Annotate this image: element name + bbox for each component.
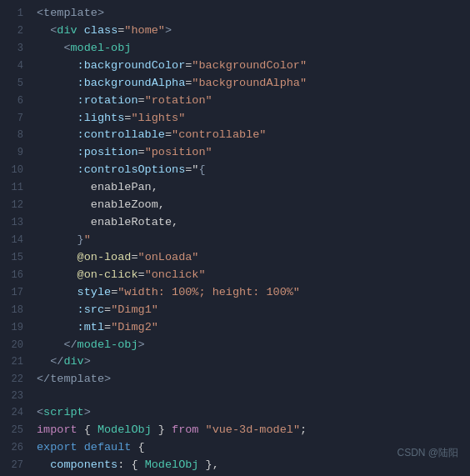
token: enableRotate,: [91, 216, 178, 228]
table-row: 18 :src="Dimg1": [0, 302, 470, 319]
token: =: [138, 146, 145, 158]
table-row: 15 @on-load="onLoada": [0, 249, 470, 267]
token: ;: [300, 423, 307, 436]
token: "Dimg1": [111, 303, 158, 316]
token: @on-load: [78, 251, 132, 263]
token: [37, 128, 78, 141]
token: model-obj: [78, 338, 138, 351]
token: >: [84, 355, 91, 368]
token: [37, 59, 78, 72]
line-number: 25: [0, 423, 23, 438]
token: :backgroundColor: [78, 59, 186, 72]
token: [78, 441, 84, 453]
token: [37, 24, 50, 37]
table-row: 11 enablePan,: [0, 179, 470, 197]
table-row: 1<template>: [0, 5, 470, 23]
code-content: enableZoom,: [37, 197, 460, 214]
token: [37, 146, 78, 158]
token: :src: [78, 303, 104, 316]
token: }: [78, 233, 84, 246]
line-number: 27: [0, 458, 23, 473]
line-number: 11: [0, 180, 23, 196]
token: [37, 112, 78, 124]
token: @on-click: [78, 268, 138, 281]
table-row: 13 enableRotate,: [0, 214, 470, 232]
token: [37, 181, 91, 193]
token: import: [37, 423, 78, 436]
table-row: 4 :backgroundColor="backgroundColor": [0, 58, 470, 75]
token: model-obj: [71, 42, 132, 54]
token: },: [198, 458, 218, 471]
token: "rotation": [145, 94, 212, 107]
token: </: [50, 355, 63, 368]
token: ModelObj: [98, 423, 152, 436]
table-row: 12 enableZoom,: [0, 197, 470, 214]
code-content: style="width: 100%; height: 100%": [37, 284, 460, 302]
line-number: 23: [0, 388, 23, 404]
code-content: :mtl="Dimg2": [37, 319, 460, 337]
token: =: [165, 128, 172, 141]
token: [37, 216, 91, 228]
code-content: enableRotate,: [37, 214, 460, 232]
table-row: 7 :lights="lights": [0, 110, 470, 128]
token: components: [50, 458, 118, 471]
code-content: </model-obj>: [37, 337, 460, 354]
table-row: 19 :mtl="Dimg2": [0, 319, 470, 337]
token: "Dimg2": [111, 321, 158, 333]
token: [37, 303, 78, 316]
token: "backgroundColor": [192, 59, 307, 72]
table-row: 22</template>: [0, 371, 470, 388]
code-content: :lights="lights": [37, 110, 460, 128]
code-content: }": [37, 232, 460, 249]
token: "vue-3d-model": [206, 423, 300, 436]
token: div: [63, 355, 83, 368]
table-row: 8 :controllable="controllable": [0, 127, 470, 144]
token: style: [78, 286, 112, 298]
token: "onLoada": [138, 251, 199, 263]
code-content: </div>: [37, 353, 460, 371]
token: [37, 198, 91, 211]
line-number: 7: [0, 111, 23, 127]
token: >: [84, 406, 91, 418]
token: "home": [124, 24, 165, 37]
token: ModelObj: [145, 458, 199, 471]
token: <template>: [37, 7, 104, 19]
token: div: [57, 24, 77, 37]
line-number: 8: [0, 128, 23, 143]
token: :backgroundAlpha: [78, 77, 186, 89]
table-row: 20 </model-obj>: [0, 337, 470, 354]
line-number: 13: [0, 215, 23, 231]
code-content: import { ModelObj } from "vue-3d-model";: [37, 422, 460, 439]
code-content: @on-click="onclick": [37, 267, 460, 284]
token: [198, 423, 205, 436]
line-number: 3: [0, 41, 23, 57]
table-row: 21 </div>: [0, 353, 470, 371]
code-content: @on-load="onLoada": [37, 249, 460, 267]
token: [37, 355, 50, 368]
table-row: 10 :controlsOptions="{: [0, 162, 470, 179]
table-row: 17 style="width: 100%; height: 100%": [0, 284, 470, 302]
token: {: [198, 163, 205, 176]
token: [37, 338, 63, 351]
line-number: 9: [0, 145, 23, 161]
token: [37, 251, 78, 263]
token: </: [63, 338, 77, 351]
token: :rotation: [78, 94, 138, 107]
token: : {: [118, 458, 144, 471]
line-number: 12: [0, 198, 23, 213]
token: [37, 77, 78, 89]
table-row: 24<script>: [0, 404, 470, 422]
code-content: enablePan,: [37, 179, 460, 197]
token: :mtl: [78, 321, 104, 333]
token: =: [138, 268, 145, 281]
token: [37, 286, 78, 298]
token: {: [131, 441, 144, 453]
table-row: 5 :backgroundAlpha="backgroundAlpha": [0, 75, 470, 93]
line-number: 26: [0, 440, 23, 456]
token: =: [104, 303, 111, 316]
token: <: [63, 42, 70, 54]
token: =: [138, 94, 145, 107]
line-number: 5: [0, 76, 23, 92]
token: [37, 458, 50, 471]
line-number: 14: [0, 233, 23, 248]
